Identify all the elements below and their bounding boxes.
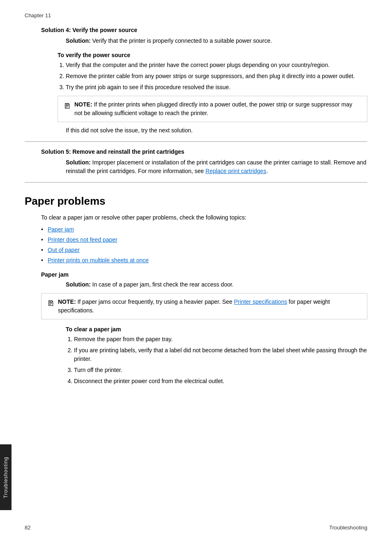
note-label-2: NOTE: — [58, 298, 76, 305]
no-feed-link[interactable]: Printer does not feed paper — [48, 236, 118, 243]
sidebar-tab-label: Troubleshooting — [3, 457, 9, 498]
if-not-solved-text: If this did not solve the issue, try the… — [66, 126, 367, 135]
sidebar-tab: Troubleshooting — [0, 444, 12, 510]
paper-problems-heading: Paper problems — [25, 195, 367, 208]
footer: 82 Troubleshooting — [25, 525, 367, 531]
note-icon-1: 🖹 — [64, 101, 71, 112]
note-box-2: 🖹 NOTE: If paper jams occur frequently, … — [41, 293, 367, 319]
out-of-paper-link[interactable]: Out of paper — [48, 247, 80, 253]
link-item-no-feed: Printer does not feed paper — [41, 236, 367, 244]
clear-jam-step-4: Disconnect the printer power cord from t… — [74, 377, 367, 386]
solution4-body-text: Verify that the printer is properly conn… — [91, 37, 272, 44]
replace-cartridges-link[interactable]: Replace print cartridges — [205, 168, 266, 174]
verify-steps-list: Verify that the computer and the printer… — [66, 61, 367, 92]
solution4-title: Solution 4: Verify the power source — [41, 27, 367, 33]
paper-jam-bold: Solution: — [66, 281, 91, 288]
solution4-bold: Solution: — [66, 37, 91, 44]
paper-problems-intro: To clear a paper jam or resolve other pa… — [41, 213, 367, 222]
note-content-1: NOTE: If the printer prints when plugged… — [74, 100, 361, 118]
clear-jam-step-2: If you are printing labels, verify that … — [74, 346, 367, 363]
chapter-label: Chapter 11 — [25, 12, 367, 18]
verify-step-3: Try the print job again to see if this p… — [66, 83, 367, 92]
clear-jam-step-1: Remove the paper from the paper tray. — [74, 335, 367, 344]
note-box-1: 🖹 NOTE: If the printer prints when plugg… — [58, 96, 367, 122]
paper-jam-link[interactable]: Paper jam — [48, 226, 74, 233]
printer-specs-link[interactable]: Printer specifications — [234, 298, 287, 305]
note-icon-2: 🖹 — [47, 298, 55, 309]
paper-problems-links-list: Paper jam Printer does not feed paper Ou… — [41, 225, 367, 265]
paper-jam-solution: Solution: In case of a paper jam, first … — [66, 280, 367, 289]
verify-step-2: Remove the printer cable from any power … — [66, 72, 367, 81]
link-item-out-of-paper: Out of paper — [41, 246, 367, 254]
page-number: 82 — [25, 525, 30, 531]
multiple-sheets-link[interactable]: Printer prints on multiple sheets at onc… — [48, 257, 149, 263]
divider-2 — [25, 182, 367, 183]
clear-jam-heading: To clear a paper jam — [66, 326, 367, 333]
paper-jam-subheading: Paper jam — [41, 271, 367, 278]
solution5-bold: Solution: — [66, 159, 91, 166]
solution5-end: . — [266, 168, 268, 174]
solution4-section: Solution 4: Verify the power source Solu… — [25, 27, 367, 176]
solution5-body: Solution: Improper placement or installa… — [66, 158, 367, 176]
note-text-1: If the printer prints when plugged direc… — [74, 101, 352, 116]
note-text-2: If paper jams occur frequently, try usin… — [76, 298, 234, 305]
solution5-title: Solution 5: Remove and reinstall the pri… — [41, 148, 367, 155]
solution4-body: Solution: Verify that the printer is pro… — [66, 37, 367, 45]
paper-problems-section: Paper problems To clear a paper jam or r… — [25, 195, 367, 386]
verify-step-1: Verify that the computer and the printer… — [66, 61, 367, 69]
paper-jam-text: In case of a paper jam, first check the … — [91, 281, 234, 288]
note-content-2: NOTE: If paper jams occur frequently, tr… — [58, 298, 361, 315]
verify-heading: To verify the power source — [58, 52, 367, 58]
link-item-paper-jam: Paper jam — [41, 225, 367, 234]
link-item-multiple-sheets: Printer prints on multiple sheets at onc… — [41, 256, 367, 265]
footer-section: Troubleshooting — [329, 525, 367, 531]
note-label-1: NOTE: — [74, 101, 92, 108]
divider-1 — [25, 141, 367, 142]
clear-jam-steps-list: Remove the paper from the paper tray. If… — [74, 335, 367, 386]
clear-jam-step-3: Turn off the printer. — [74, 366, 367, 374]
